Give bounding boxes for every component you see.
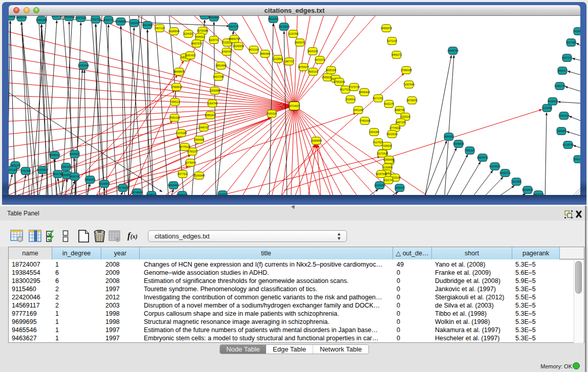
svg-text:38688676: 38688676 bbox=[173, 70, 185, 73]
svg-text:81016525: 81016525 bbox=[489, 165, 500, 168]
svg-text:12614124: 12614124 bbox=[558, 114, 570, 117]
svg-text:6292423: 6292423 bbox=[61, 165, 71, 168]
svg-text:75181648: 75181648 bbox=[193, 174, 205, 177]
svg-text:6271130: 6271130 bbox=[387, 39, 397, 42]
svg-text:5918715: 5918715 bbox=[103, 18, 114, 21]
svg-text:66775103: 66775103 bbox=[179, 145, 190, 148]
svg-text:95899313: 95899313 bbox=[49, 154, 60, 157]
svg-text:6438436: 6438436 bbox=[548, 100, 558, 103]
svg-text:31682744: 31682744 bbox=[554, 84, 565, 87]
svg-text:5672073: 5672073 bbox=[315, 58, 325, 61]
svg-text:89978790: 89978790 bbox=[477, 156, 488, 159]
svg-text:44999379: 44999379 bbox=[381, 27, 392, 30]
svg-text:2839607: 2839607 bbox=[395, 186, 405, 189]
svg-text:77491435: 77491435 bbox=[359, 119, 371, 122]
svg-text:29175900: 29175900 bbox=[117, 186, 128, 189]
svg-text:3684052: 3684052 bbox=[444, 135, 454, 138]
svg-text:84252722: 84252722 bbox=[499, 171, 511, 174]
svg-text:19233013: 19233013 bbox=[386, 133, 398, 136]
svg-text:3320821: 3320821 bbox=[217, 193, 228, 195]
svg-text:8813054: 8813054 bbox=[268, 17, 278, 20]
svg-text:22201654: 22201654 bbox=[374, 184, 385, 187]
svg-text:5171761: 5171761 bbox=[373, 97, 383, 100]
svg-text:2130789: 2130789 bbox=[288, 32, 298, 35]
svg-text:7350753: 7350753 bbox=[91, 18, 101, 21]
svg-text:16848784: 16848784 bbox=[447, 49, 459, 52]
svg-text:5977931: 5977931 bbox=[178, 172, 188, 176]
svg-text:2530029: 2530029 bbox=[267, 112, 277, 115]
svg-text:6543670: 6543670 bbox=[295, 41, 305, 44]
svg-text:28814949: 28814949 bbox=[215, 64, 227, 67]
svg-text:2016911: 2016911 bbox=[345, 98, 355, 101]
svg-text:7199635: 7199635 bbox=[382, 144, 392, 147]
svg-text:20053346: 20053346 bbox=[78, 64, 89, 67]
svg-text:4823498: 4823498 bbox=[142, 24, 153, 27]
svg-text:26240908: 26240908 bbox=[233, 45, 244, 48]
svg-text:96028436: 96028436 bbox=[522, 188, 533, 191]
svg-text:2229110: 2229110 bbox=[400, 115, 410, 118]
svg-text:81971316: 81971316 bbox=[75, 16, 86, 19]
svg-text:88320463: 88320463 bbox=[168, 184, 179, 187]
svg-text:31172421: 31172421 bbox=[377, 152, 388, 155]
svg-text:5041154: 5041154 bbox=[573, 158, 580, 161]
svg-text:1841248: 1841248 bbox=[353, 108, 363, 112]
svg-text:14055714: 14055714 bbox=[16, 16, 27, 19]
svg-text:71367643: 71367643 bbox=[403, 83, 415, 86]
svg-text:2166941: 2166941 bbox=[129, 21, 139, 25]
svg-text:9626108: 9626108 bbox=[308, 50, 318, 53]
svg-text:17869910: 17869910 bbox=[171, 85, 182, 89]
svg-text:38538251: 38538251 bbox=[84, 178, 96, 181]
svg-text:3790237: 3790237 bbox=[187, 150, 198, 153]
svg-text:5456272: 5456272 bbox=[391, 53, 402, 56]
svg-text:19218506: 19218506 bbox=[278, 25, 290, 28]
svg-text:5446912: 5446912 bbox=[195, 35, 205, 38]
svg-text:3215958: 3215958 bbox=[542, 106, 552, 110]
svg-text:7089806: 7089806 bbox=[556, 129, 567, 133]
svg-text:1987737: 1987737 bbox=[284, 60, 294, 63]
svg-text:19384554: 19384554 bbox=[311, 139, 322, 142]
svg-text:6672134: 6672134 bbox=[249, 48, 259, 51]
svg-text:4191175: 4191175 bbox=[384, 102, 394, 105]
svg-text:1120642: 1120642 bbox=[273, 57, 282, 60]
svg-text:3741438: 3741438 bbox=[20, 169, 31, 172]
svg-text:1954280: 1954280 bbox=[369, 130, 379, 134]
svg-text:7455324: 7455324 bbox=[465, 149, 475, 152]
svg-text:58586340: 58586340 bbox=[177, 193, 188, 195]
svg-text:38754377: 38754377 bbox=[298, 65, 309, 69]
svg-text:92097999: 92097999 bbox=[376, 172, 387, 176]
svg-text:2264748: 2264748 bbox=[207, 102, 217, 105]
svg-text:55540424: 55540424 bbox=[359, 91, 370, 94]
svg-text:6440561: 6440561 bbox=[70, 152, 80, 156]
svg-text:34627347: 34627347 bbox=[213, 75, 224, 78]
svg-text:4860684: 4860684 bbox=[260, 52, 270, 55]
svg-text:28740864: 28740864 bbox=[132, 191, 143, 194]
svg-text:2564689: 2564689 bbox=[194, 138, 204, 141]
svg-text:82909480: 82909480 bbox=[383, 158, 395, 161]
svg-text:3564217: 3564217 bbox=[557, 69, 568, 72]
svg-text:30776478: 30776478 bbox=[185, 161, 196, 164]
svg-text:19289546: 19289546 bbox=[168, 30, 180, 33]
svg-text:8935169: 8935169 bbox=[326, 69, 336, 72]
svg-text:1848731: 1848731 bbox=[199, 126, 209, 129]
svg-text:72092888: 72092888 bbox=[209, 89, 221, 92]
svg-text:24972279: 24972279 bbox=[533, 193, 544, 195]
svg-text:63100814: 63100814 bbox=[99, 182, 110, 185]
svg-text:20691406: 20691406 bbox=[36, 18, 47, 21]
svg-text:87490893: 87490893 bbox=[115, 20, 126, 23]
svg-text:27566185: 27566185 bbox=[401, 69, 412, 72]
svg-text:19736572: 19736572 bbox=[406, 99, 418, 102]
svg-text:4539704: 4539704 bbox=[70, 175, 80, 178]
svg-text:4117625: 4117625 bbox=[373, 141, 383, 144]
svg-text:6229731: 6229731 bbox=[209, 38, 219, 41]
svg-text:9487336: 9487336 bbox=[396, 121, 406, 124]
svg-text:18724007: 18724007 bbox=[289, 104, 300, 107]
svg-text:6261415: 6261415 bbox=[185, 54, 195, 57]
svg-text:91030736: 91030736 bbox=[51, 16, 62, 17]
svg-text:42138745: 42138745 bbox=[562, 143, 574, 146]
svg-text:23718431: 23718431 bbox=[9, 16, 16, 18]
svg-text:5408072: 5408072 bbox=[146, 193, 157, 195]
svg-text:7550190: 7550190 bbox=[169, 116, 180, 119]
svg-text:6022741: 6022741 bbox=[383, 179, 394, 182]
svg-text:8688755: 8688755 bbox=[395, 108, 405, 112]
svg-text:68800797: 68800797 bbox=[229, 37, 240, 40]
